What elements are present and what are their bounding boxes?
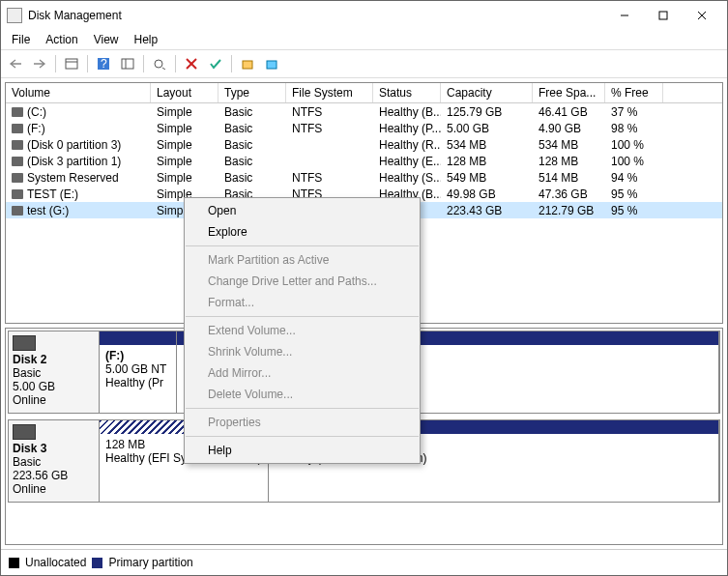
menu-file[interactable]: File (5, 31, 37, 48)
menu-item[interactable]: Explore (185, 221, 420, 243)
svg-rect-4 (66, 59, 77, 69)
menu-view[interactable]: View (87, 31, 126, 48)
cell: Basic (218, 138, 286, 152)
disk-header-disk3[interactable]: Disk 3 Basic 223.56 GB Online (8, 419, 100, 503)
window-title: Disk Management (28, 9, 605, 22)
cell: System Reserved (6, 171, 151, 185)
menu-item[interactable]: Open (185, 200, 420, 221)
cell: 5.00 GB (441, 122, 533, 135)
cell: 100 % (605, 155, 663, 168)
svg-line-11 (162, 68, 165, 70)
svg-rect-1 (659, 12, 667, 19)
disk-header-disk2[interactable]: Disk 2 Basic 5.00 GB Online (8, 331, 100, 414)
partition-size: 5.00 GB NT (105, 362, 170, 376)
menu-item: Change Drive Letter and Paths... (185, 271, 420, 292)
svg-rect-15 (267, 61, 277, 69)
cell: 514 MB (533, 171, 605, 185)
disk-status: Online (13, 482, 95, 496)
cell: 100 % (605, 138, 663, 152)
action1-icon[interactable] (237, 53, 258, 74)
cell: test (G:) (6, 204, 151, 217)
disk-icon (13, 424, 36, 440)
legend-unallocated: Unallocated (25, 556, 86, 569)
volume-icon (12, 173, 23, 183)
disk-type: Basic (13, 366, 95, 380)
cell: TEST (E:) (6, 187, 151, 201)
table-row[interactable]: (C:)SimpleBasicNTFSHealthy (B...125.79 G… (6, 103, 722, 120)
menu-item: Mark Partition as Active (185, 249, 420, 271)
window-controls (605, 3, 721, 28)
cell: (C:) (6, 105, 151, 119)
disk-size: 5.00 GB (13, 380, 95, 393)
disk-status: Online (13, 393, 95, 407)
context-menu: OpenExploreMark Partition as ActiveChang… (184, 197, 421, 464)
cell: 212.79 GB (533, 204, 605, 217)
menu-separator (186, 436, 419, 437)
col-layout[interactable]: Layout (151, 83, 218, 102)
cell: 223.43 GB (441, 204, 533, 217)
cell: (F:) (6, 122, 151, 135)
close-button[interactable] (683, 3, 721, 28)
svg-point-10 (155, 60, 162, 68)
table-row[interactable]: (F:)SimpleBasicNTFSHealthy (P...5.00 GB4… (6, 120, 722, 136)
cell: 534 MB (533, 138, 605, 152)
menu-item[interactable]: Help (185, 440, 420, 461)
cell: Healthy (S... (373, 171, 441, 185)
disk-type: Basic (13, 455, 95, 469)
volume-icon (12, 124, 23, 133)
partition-status: Healthy (Pr (105, 376, 170, 389)
cell: 95 % (605, 204, 663, 217)
menubar: File Action View Help (1, 30, 727, 49)
checkmark-icon[interactable] (205, 53, 226, 74)
cell: Basic (218, 122, 286, 135)
cell: Healthy (E... (373, 155, 441, 168)
legend-swatch-unallocated (9, 558, 19, 568)
help-icon[interactable]: ? (93, 53, 114, 74)
table-row[interactable]: (Disk 3 partition 1)SimpleBasicHealthy (… (6, 153, 722, 169)
maximize-button[interactable] (644, 3, 683, 28)
minimize-button[interactable] (605, 3, 644, 28)
cell: Healthy (R... (373, 138, 441, 152)
cell: (Disk 0 partition 3) (6, 138, 151, 152)
volume-icon (12, 189, 23, 199)
col-volume[interactable]: Volume (6, 83, 151, 102)
menu-item: Delete Volume... (185, 384, 420, 405)
cell: Healthy (P... (373, 122, 441, 135)
menu-help[interactable]: Help (128, 31, 165, 48)
table-row[interactable]: System ReservedSimpleBasicNTFSHealthy (S… (6, 169, 722, 186)
volume-icon (12, 107, 23, 117)
forward-button[interactable] (29, 53, 50, 74)
menu-action[interactable]: Action (39, 31, 84, 48)
col-pctfree[interactable]: % Free (605, 83, 663, 102)
back-button[interactable] (5, 53, 26, 74)
col-filesystem[interactable]: File System (286, 83, 373, 102)
cell: NTFS (286, 171, 373, 185)
cell: Simple (151, 105, 218, 119)
svg-rect-14 (243, 61, 252, 69)
cell: 49.98 GB (441, 187, 533, 201)
table-row[interactable]: (Disk 0 partition 3)SimpleBasicHealthy (… (6, 136, 722, 153)
panel-icon[interactable] (117, 53, 138, 74)
menu-separator (186, 316, 419, 317)
volume-icon (12, 157, 23, 166)
cell: 128 MB (441, 155, 533, 168)
menu-item: Properties (185, 412, 420, 433)
disk-size: 223.56 GB (13, 469, 95, 482)
disk-icon (13, 335, 36, 351)
column-headers: Volume Layout Type File System Status Ca… (6, 83, 722, 103)
menu-item: Extend Volume... (185, 320, 420, 341)
col-type[interactable]: Type (218, 83, 286, 102)
cell: NTFS (286, 122, 373, 135)
cell: Basic (218, 105, 286, 119)
view-icon[interactable] (61, 53, 82, 74)
col-freespace[interactable]: Free Spa... (533, 83, 605, 102)
disk2-part-f[interactable]: (F:) 5.00 GB NT Healthy (Pr (100, 331, 177, 413)
delete-icon[interactable] (181, 53, 202, 74)
action2-icon[interactable] (261, 53, 282, 74)
cell: 98 % (605, 122, 663, 135)
col-capacity[interactable]: Capacity (441, 83, 533, 102)
col-status[interactable]: Status (373, 83, 441, 102)
cell: 47.36 GB (533, 187, 605, 201)
refresh-icon[interactable] (149, 53, 170, 74)
app-icon (7, 8, 22, 23)
